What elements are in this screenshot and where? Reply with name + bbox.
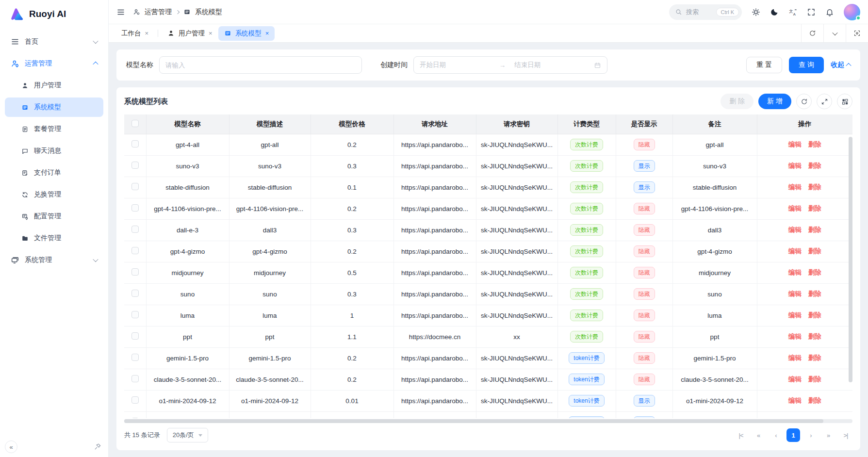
delete-link[interactable]: 删除 bbox=[808, 354, 821, 361]
row-checkbox[interactable] bbox=[131, 290, 139, 297]
sidebar-item-operations[interactable]: 运营管理 bbox=[5, 54, 103, 73]
row-checkbox[interactable] bbox=[131, 183, 139, 190]
add-button[interactable]: 新 增 bbox=[758, 94, 791, 109]
pin-icon[interactable] bbox=[94, 443, 101, 452]
billing-type-badge: 次数计费 bbox=[570, 139, 603, 150]
row-checkbox[interactable] bbox=[131, 268, 139, 276]
edit-link[interactable]: 编辑 bbox=[788, 183, 802, 191]
sidebar-item-chat-messages[interactable]: 聊天消息 bbox=[5, 141, 103, 161]
edit-link[interactable]: 编辑 bbox=[788, 141, 802, 148]
delete-link[interactable]: 删除 bbox=[808, 226, 821, 233]
query-button[interactable]: 查 询 bbox=[789, 57, 824, 73]
expand-table-button[interactable] bbox=[817, 94, 832, 109]
page-size-select[interactable]: 20条/页 bbox=[167, 428, 208, 442]
column-settings-button[interactable] bbox=[837, 94, 852, 109]
translate-icon[interactable]: 文A bbox=[788, 8, 797, 16]
row-checkbox[interactable] bbox=[131, 226, 139, 233]
row-checkbox[interactable] bbox=[131, 418, 139, 418]
delete-link[interactable]: 删除 bbox=[808, 247, 821, 255]
logo[interactable]: Ruoyi AI bbox=[0, 0, 108, 28]
sidebar-item-system-management[interactable]: 系统管理 bbox=[5, 250, 103, 270]
edit-link[interactable]: 编辑 bbox=[788, 311, 802, 319]
delete-link[interactable]: 删除 bbox=[808, 162, 821, 169]
select-all-checkbox[interactable] bbox=[131, 120, 139, 127]
chevron-up-icon bbox=[846, 63, 851, 68]
prev-group-button[interactable]: « bbox=[752, 428, 765, 442]
row-checkbox[interactable] bbox=[131, 375, 139, 382]
sidebar-submenu-operations: 用户管理 系统模型 套餐管理 聊天消息 支付订单 兑换管理 bbox=[5, 76, 103, 248]
row-checkbox[interactable] bbox=[131, 247, 139, 254]
table-row: gemini-1.5-progemini-1.5-pro0.2https://a… bbox=[124, 347, 852, 369]
last-page-button[interactable]: >| bbox=[839, 428, 852, 442]
close-icon[interactable]: × bbox=[265, 30, 269, 36]
content-fullscreen-button[interactable] bbox=[846, 24, 868, 42]
sidebar-item-config-management[interactable]: 配置管理 bbox=[5, 207, 103, 226]
edit-link[interactable]: 编辑 bbox=[788, 290, 802, 297]
vertical-scrollbar[interactable] bbox=[849, 137, 852, 382]
breadcrumb-level1[interactable]: 运营管理 bbox=[145, 8, 172, 16]
delete-link[interactable]: 删除 bbox=[808, 311, 821, 319]
breadcrumb-level2[interactable]: 系统模型 bbox=[195, 8, 222, 16]
sidebar-item-file-management[interactable]: 文件管理 bbox=[5, 228, 103, 248]
edit-link[interactable]: 编辑 bbox=[788, 333, 802, 340]
moon-icon[interactable] bbox=[770, 8, 779, 16]
sidebar-item-package-management[interactable]: 套餐管理 bbox=[5, 119, 103, 139]
delete-link[interactable]: 删除 bbox=[808, 269, 821, 276]
row-checkbox[interactable] bbox=[131, 204, 139, 212]
edit-link[interactable]: 编辑 bbox=[788, 162, 802, 169]
sidebar-item-redeem-management[interactable]: 兑换管理 bbox=[5, 185, 103, 204]
refresh-table-button[interactable] bbox=[796, 94, 812, 109]
model-list-icon bbox=[21, 104, 29, 111]
delete-link[interactable]: 删除 bbox=[808, 375, 821, 383]
sidebar-item-label: 文件管理 bbox=[34, 234, 61, 243]
edit-link[interactable]: 编辑 bbox=[788, 205, 802, 212]
refresh-tab-button[interactable] bbox=[801, 24, 823, 42]
tab-user-management[interactable]: 用户管理 × bbox=[162, 26, 218, 41]
edit-link[interactable]: 编辑 bbox=[788, 375, 802, 383]
fullscreen-icon[interactable] bbox=[807, 8, 816, 16]
row-checkbox[interactable] bbox=[131, 396, 139, 404]
prev-page-button[interactable]: ‹ bbox=[769, 428, 783, 442]
avatar[interactable] bbox=[844, 4, 860, 20]
edit-link[interactable]: 编辑 bbox=[788, 247, 802, 255]
sidebar-item-home[interactable]: 首页 bbox=[5, 32, 103, 51]
edit-link[interactable]: 编辑 bbox=[788, 226, 802, 233]
row-checkbox[interactable] bbox=[131, 162, 139, 169]
row-checkbox[interactable] bbox=[131, 332, 139, 340]
row-checkbox[interactable] bbox=[131, 140, 139, 147]
gear-icon[interactable] bbox=[752, 8, 760, 16]
tab-menu-button[interactable] bbox=[823, 24, 846, 42]
delete-link[interactable]: 删除 bbox=[808, 290, 821, 297]
collapse-filter-link[interactable]: 收起 bbox=[831, 61, 851, 69]
delete-link[interactable]: 删除 bbox=[808, 205, 821, 212]
next-page-button[interactable]: › bbox=[804, 428, 818, 442]
page-1-button[interactable]: 1 bbox=[786, 428, 800, 442]
reset-button[interactable]: 重 置 bbox=[746, 57, 782, 73]
delete-button[interactable]: 删 除 bbox=[721, 94, 753, 109]
model-name-input[interactable] bbox=[159, 56, 362, 74]
sidebar-item-system-model[interactable]: 系统模型 bbox=[5, 98, 103, 117]
row-checkbox[interactable] bbox=[131, 354, 139, 361]
sidebar-collapse-button[interactable]: « bbox=[5, 441, 17, 453]
delete-link[interactable]: 删除 bbox=[808, 141, 821, 148]
horizontal-scrollbar[interactable] bbox=[124, 419, 823, 423]
delete-link[interactable]: 删除 bbox=[808, 183, 821, 191]
edit-link[interactable]: 编辑 bbox=[788, 269, 802, 276]
sidebar-item-user-management[interactable]: 用户管理 bbox=[5, 76, 103, 95]
close-icon[interactable]: × bbox=[145, 30, 149, 36]
next-group-button[interactable]: » bbox=[821, 428, 835, 442]
tab-system-model[interactable]: 系统模型 × bbox=[218, 26, 275, 41]
edit-link[interactable]: 编辑 bbox=[788, 354, 802, 361]
row-checkbox[interactable] bbox=[131, 311, 139, 318]
edit-link[interactable]: 编辑 bbox=[788, 397, 802, 404]
first-page-button[interactable]: |< bbox=[734, 428, 748, 442]
sidebar-toggle-icon[interactable] bbox=[116, 8, 125, 16]
sidebar-item-payment-orders[interactable]: 支付订单 bbox=[5, 163, 103, 182]
close-icon[interactable]: × bbox=[209, 30, 213, 36]
date-range-picker[interactable]: 开始日期 → 结束日期 bbox=[413, 56, 607, 74]
search-input[interactable]: 搜索 Ctrl K bbox=[669, 4, 742, 20]
tab-workbench[interactable]: 工作台 × bbox=[115, 26, 154, 41]
delete-link[interactable]: 删除 bbox=[808, 397, 821, 404]
bell-icon[interactable] bbox=[825, 8, 834, 16]
delete-link[interactable]: 删除 bbox=[808, 333, 821, 340]
